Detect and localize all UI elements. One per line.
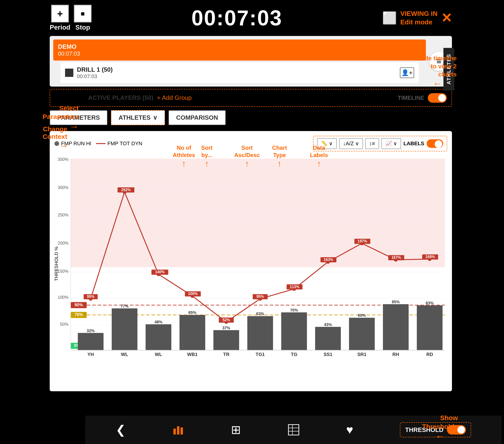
svg-rect-40 <box>315 327 341 350</box>
svg-text:TG: TG <box>291 352 297 357</box>
top-left-buttons: + Period ■ Stop <box>50 5 91 31</box>
period-label: Period <box>50 24 70 31</box>
svg-rect-96 <box>288 425 299 435</box>
svg-rect-32 <box>180 315 205 350</box>
sort-asc-annotation: SortAsc/Desc ↑ <box>234 144 260 169</box>
stop-button[interactable]: ■ Stop <box>74 5 91 31</box>
svg-text:TG1: TG1 <box>255 352 265 357</box>
svg-text:85%: 85% <box>392 300 400 304</box>
chart-svg: THRESHOLD % 350% 300% 250% 200% 150% <box>54 155 447 373</box>
svg-text:113%: 113% <box>290 285 299 289</box>
svg-text:100%: 100% <box>58 295 69 300</box>
viewing-line1: VIEWING IN <box>400 9 437 18</box>
svg-text:SS1: SS1 <box>324 352 332 357</box>
svg-text:200%: 200% <box>58 241 69 246</box>
svg-text:70%: 70% <box>74 312 83 317</box>
top-bar: + Period ■ Stop 00:07:03 ⬜ VIEWING IN Ed… <box>43 0 459 36</box>
timeline-toggle[interactable] <box>428 93 447 103</box>
svg-rect-26 <box>78 333 104 350</box>
table-nav-button[interactable] <box>288 424 300 436</box>
svg-text:70%: 70% <box>290 308 298 313</box>
svg-text:TR: TR <box>223 352 229 357</box>
sort-by-annotation: Sortby... ↑ <box>201 144 213 169</box>
svg-text:163%: 163% <box>324 258 333 262</box>
drill-info: DRILL 1 (50) 00:07:03 <box>77 66 396 79</box>
svg-text:63%: 63% <box>256 312 264 316</box>
svg-text:37%: 37% <box>222 326 230 330</box>
heart-nav-button[interactable]: ♥ <box>346 423 353 437</box>
filter-group-annotation: Filter by group ↓ <box>365 38 412 60</box>
change-context-annotation: ChangeContext → <box>43 125 70 151</box>
chart-tools: 📏 ∨ ↓A/Z ∨ ↕≡ 📈 ∨ LABELS <box>313 136 447 151</box>
timer-display: 00:07:03 <box>191 6 282 30</box>
close-button[interactable]: ✕ <box>441 10 452 26</box>
chart-type-button[interactable]: 📈 ∨ <box>381 138 401 149</box>
viewing-line2: Edit mode <box>400 18 437 26</box>
timeline-area: TIMELINE <box>398 93 447 103</box>
svg-text:WB1: WB1 <box>187 352 198 357</box>
svg-text:83%: 83% <box>426 301 434 305</box>
comparison-tab[interactable]: COMPARISON <box>168 110 226 125</box>
bar-chart-nav-button[interactable] <box>172 424 184 436</box>
svg-text:WL: WL <box>121 352 128 357</box>
svg-rect-42 <box>349 318 375 350</box>
svg-rect-38 <box>281 313 307 350</box>
svg-text:52%: 52% <box>222 318 230 322</box>
back-nav-button[interactable]: ❮ <box>116 423 126 437</box>
svg-text:60%: 60% <box>358 313 366 318</box>
svg-text:250%: 250% <box>58 213 69 217</box>
active-players-button[interactable]: ACTIVE PLAYERS (50) <box>85 92 157 103</box>
sort-az-button[interactable]: ↓A/Z ∨ <box>339 138 363 149</box>
svg-text:43%: 43% <box>324 322 332 327</box>
tablet-icon: ⬜ <box>382 11 397 25</box>
athletes-tab-btn[interactable]: ATHLETES ∨ <box>111 110 165 125</box>
svg-text:197%: 197% <box>358 239 367 243</box>
svg-text:77%: 77% <box>121 304 129 308</box>
svg-text:48%: 48% <box>155 320 162 324</box>
stop-label: Stop <box>75 24 90 31</box>
svg-text:300%: 300% <box>58 185 69 190</box>
svg-text:65%: 65% <box>188 310 196 315</box>
timeline-label: TIMELINE <box>398 95 424 101</box>
svg-text:150%: 150% <box>58 269 69 274</box>
svg-text:YH: YH <box>87 352 94 357</box>
svg-rect-44 <box>383 304 409 350</box>
drill-time: 00:07:03 <box>77 73 396 79</box>
chart-type-annotation: ChartType ↑ <box>272 144 287 169</box>
labels-toggle-area: LABELS <box>403 139 443 148</box>
svg-rect-46 <box>417 305 443 350</box>
add-athlete-button[interactable]: 👤+ <box>400 67 414 78</box>
svg-text:167%: 167% <box>391 255 401 260</box>
legend-line-dash <box>96 143 106 144</box>
viewing-text: VIEWING IN Edit mode <box>400 9 437 27</box>
labels-toggle[interactable] <box>427 139 443 148</box>
hide-timeline-annotation: Hide timelineto view 2charts ← <box>418 54 459 89</box>
svg-rect-0 <box>71 159 445 267</box>
tab-buttons: PARAMETERS ATHLETES ∨ COMPARISON <box>43 107 459 129</box>
group-filters: PIP (50) ACTIVE PLAYERS (50) + Add Group… <box>50 89 452 107</box>
svg-rect-94 <box>177 426 179 435</box>
svg-rect-95 <box>180 427 183 435</box>
svg-text:95%: 95% <box>256 295 264 299</box>
pip-group-button[interactable]: PIP (50) <box>55 92 85 103</box>
svg-text:95%: 95% <box>87 295 94 299</box>
no-athletes-annotation: No ofAthletes ↑ <box>173 144 195 169</box>
legend-line: FMP TOT DYN <box>96 141 143 147</box>
svg-text:350%: 350% <box>58 157 69 162</box>
period-icon[interactable]: + <box>51 5 69 22</box>
svg-rect-30 <box>145 324 171 350</box>
grid-nav-button[interactable]: ⊞ <box>231 423 241 437</box>
sort-asc-desc-button[interactable]: ↕≡ <box>365 138 379 149</box>
svg-rect-36 <box>247 316 273 350</box>
svg-text:100%: 100% <box>188 292 198 296</box>
drill-name: DRILL 1 (50) <box>77 66 396 73</box>
period-button[interactable]: + Period <box>50 5 70 31</box>
stop-icon[interactable]: ■ <box>74 5 91 22</box>
add-group-button[interactable]: + Add Group <box>157 94 192 102</box>
svg-text:90%: 90% <box>74 302 83 307</box>
chart-svg-container: THRESHOLD % 350% 300% 250% 200% 150% <box>54 155 447 373</box>
svg-text:168%: 168% <box>425 255 435 259</box>
svg-text:RD: RD <box>426 352 433 357</box>
drill-stop-icon <box>65 69 73 77</box>
svg-rect-28 <box>112 308 138 350</box>
